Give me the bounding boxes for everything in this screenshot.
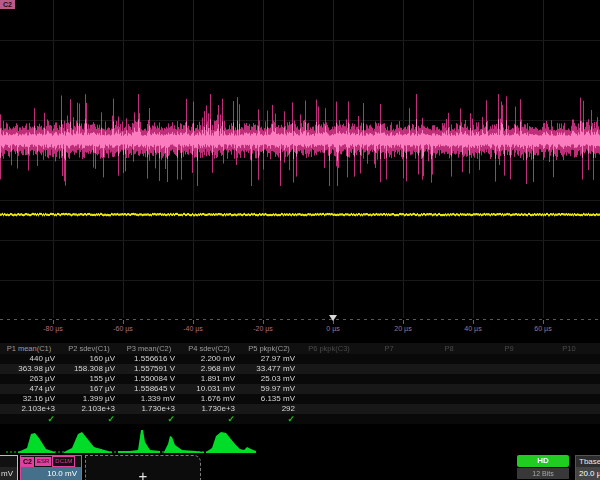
c2-descriptor-box[interactable]: C2 ESR DC1M 10.0 mV xyxy=(20,455,82,480)
param-9-status xyxy=(480,414,540,424)
param-header-8[interactable]: P8 xyxy=(420,343,480,354)
param-1-min: 263 µV xyxy=(0,374,60,384)
c2-channel-chip: C2 xyxy=(21,457,34,467)
axis-tick xyxy=(403,320,404,324)
timebase-scale-readout: 20.0 µs/div xyxy=(576,467,600,480)
param-10-min xyxy=(540,374,600,384)
param-7-mean xyxy=(360,364,420,374)
param-9-min xyxy=(480,374,540,384)
time-axis-label: -20 µs xyxy=(253,325,273,332)
param-header-5[interactable]: P5 pkpk(C2) xyxy=(240,343,300,354)
c2-scale-readout: 10.0 mV xyxy=(21,467,81,480)
axis-tick xyxy=(543,320,544,324)
trigger-position-marker[interactable] xyxy=(329,315,337,321)
histicon-p3 xyxy=(118,430,160,453)
param-6-num xyxy=(300,404,360,414)
hd-mode-badge[interactable]: HD xyxy=(517,455,569,467)
param-6-value xyxy=(300,354,360,364)
measure-table: P1 mean(C1)P2 sdev(C1)P3 mean(C2)P4 sdev… xyxy=(0,343,600,424)
param-1-value: 440 µV xyxy=(0,354,60,364)
add-trace-button[interactable]: + xyxy=(85,455,201,480)
param-1-num: 2.103e+3 xyxy=(0,404,60,414)
measure-histicons xyxy=(0,428,600,454)
param-1-mean: 363.98 µV xyxy=(0,364,60,374)
trace-label-c2: C2 xyxy=(0,0,15,9)
param-10-max xyxy=(540,384,600,394)
param-9-max xyxy=(480,384,540,394)
c2-eres-badge: ESR xyxy=(35,457,51,466)
param-10-sdev xyxy=(540,394,600,404)
time-axis-label: -60 µs xyxy=(113,325,133,332)
time-axis-label: 20 µs xyxy=(394,325,411,332)
param-6-min xyxy=(300,374,360,384)
axis-tick xyxy=(193,320,194,324)
param-3-mean: 1.557591 V xyxy=(120,364,180,374)
descriptor-bar: C1 DC1M 20.0 mV C2 ESR DC1M 10.0 mV + HD… xyxy=(0,454,600,480)
param-1-sdev: 32.16 µV xyxy=(0,394,60,404)
param-5-mean: 33.477 mV xyxy=(240,364,300,374)
hd-bits-readout: 12 Bits xyxy=(517,468,569,479)
param-8-num xyxy=(420,404,480,414)
param-2-status: ✓ xyxy=(60,414,120,424)
measure-row-max: 474 µV167 µV1.558645 V10.031 mV59.97 mV xyxy=(0,384,600,394)
param-header-1[interactable]: P1 mean(C1) xyxy=(0,343,60,354)
param-header-7[interactable]: P7 xyxy=(360,343,420,354)
param-1-max: 474 µV xyxy=(0,384,60,394)
param-7-status xyxy=(360,414,420,424)
param-10-num xyxy=(540,404,600,414)
param-header-9[interactable]: P9 xyxy=(480,343,540,354)
param-3-num: 1.730e+3 xyxy=(120,404,180,414)
param-2-value: 160 µV xyxy=(60,354,120,364)
time-axis-label: 60 µs xyxy=(534,325,551,332)
param-6-status xyxy=(300,414,360,424)
time-axis-label: -40 µs xyxy=(183,325,203,332)
c1-descriptor-box[interactable]: C1 DC1M 20.0 mV xyxy=(0,455,18,480)
param-2-max: 167 µV xyxy=(60,384,120,394)
param-header-6[interactable]: P6 pkpk(C3) xyxy=(300,343,360,354)
param-header-3[interactable]: P3 mean(C2) xyxy=(120,343,180,354)
param-5-num: 292 xyxy=(240,404,300,414)
waveform-traces xyxy=(0,0,600,318)
param-2-num: 2.103e+3 xyxy=(60,404,120,414)
param-6-sdev xyxy=(300,394,360,404)
c1-scale-readout: 20.0 mV xyxy=(0,467,17,480)
param-7-num xyxy=(360,404,420,414)
measure-row-value: 440 µV160 µV1.556616 V2.200 mV27.97 mV xyxy=(0,354,600,364)
param-8-min xyxy=(420,374,480,384)
measure-row-status: ✓✓✓✓✓ xyxy=(0,414,600,424)
param-2-mean: 158.308 µV xyxy=(60,364,120,374)
time-axis-label: 0 µs xyxy=(326,325,339,332)
time-axis-line xyxy=(0,319,600,320)
param-5-status: ✓ xyxy=(240,414,300,424)
param-8-mean xyxy=(420,364,480,374)
param-header-2[interactable]: P2 sdev(C1) xyxy=(60,343,120,354)
param-6-max xyxy=(300,384,360,394)
param-9-sdev xyxy=(480,394,540,404)
param-header-10[interactable]: P10 xyxy=(540,343,600,354)
timebase-descriptor-box[interactable]: Tbase 20.0 µs/div xyxy=(575,455,600,480)
param-3-status: ✓ xyxy=(120,414,180,424)
measure-row-mean: 363.98 µV158.308 µV1.557591 V2.968 mV33.… xyxy=(0,364,600,374)
param-8-sdev xyxy=(420,394,480,404)
param-8-value xyxy=(420,354,480,364)
param-7-value xyxy=(360,354,420,364)
param-10-value xyxy=(540,354,600,364)
timebase-title: Tbase xyxy=(576,456,600,467)
param-7-sdev xyxy=(360,394,420,404)
param-3-min: 1.550084 V xyxy=(120,374,180,384)
axis-tick xyxy=(473,320,474,324)
param-7-max xyxy=(360,384,420,394)
time-axis-label: 40 µs xyxy=(464,325,481,332)
param-9-num xyxy=(480,404,540,414)
histicon-p4 xyxy=(164,436,204,453)
param-header-4[interactable]: P4 sdev(C2) xyxy=(180,343,240,354)
param-8-max xyxy=(420,384,480,394)
axis-tick xyxy=(263,320,264,324)
param-9-mean xyxy=(480,364,540,374)
param-5-value: 27.97 mV xyxy=(240,354,300,364)
param-2-sdev: 1.399 µV xyxy=(60,394,120,404)
param-10-mean xyxy=(540,364,600,374)
histicon-p1 xyxy=(18,433,55,453)
axis-tick xyxy=(123,320,124,324)
param-4-min: 1.891 mV xyxy=(180,374,240,384)
